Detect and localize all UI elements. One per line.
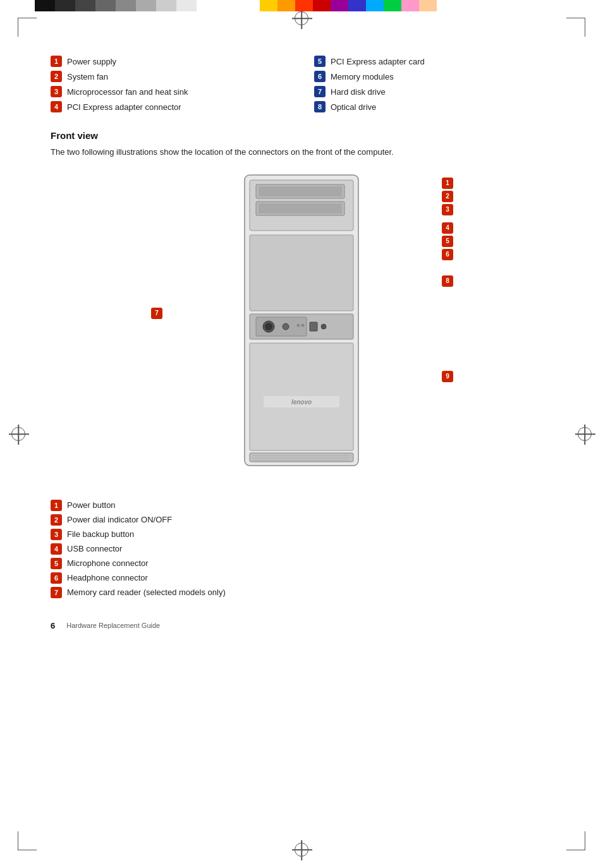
corner-mark-bl bbox=[18, 831, 37, 850]
badge-1: 1 bbox=[51, 56, 62, 67]
bottom-badge-7: 7 bbox=[51, 587, 62, 598]
crosshair-bottom bbox=[295, 843, 308, 857]
bottom-badge-5: 5 bbox=[51, 558, 62, 569]
crosshair-top bbox=[295, 11, 308, 25]
legend-item-5: 5 PCI Express adapter card bbox=[314, 56, 552, 67]
bottom-label-7: Memory card reader (selected models only… bbox=[67, 588, 226, 597]
badge-5: 5 bbox=[314, 56, 326, 67]
bottom-legend-item-7: 7 Memory card reader (selected models on… bbox=[51, 587, 552, 598]
bottom-legend: 1 Power button 2 Power dial indicator ON… bbox=[51, 500, 552, 598]
legend-label-5: PCI Express adapter card bbox=[331, 57, 425, 66]
footer: 6 Hardware Replacement Guide bbox=[51, 621, 552, 630]
front-view-desc: The two following illustrations show the… bbox=[51, 146, 552, 159]
callout-9: 9 bbox=[442, 371, 453, 382]
callout-2: 2 bbox=[442, 191, 453, 202]
callout-9-wrapper: 9 bbox=[442, 371, 453, 382]
bottom-legend-item-1: 1 Power button bbox=[51, 500, 552, 511]
badge-6: 6 bbox=[314, 71, 326, 82]
svg-point-13 bbox=[283, 323, 289, 330]
bottom-label-4: USB connector bbox=[67, 544, 122, 553]
legend-item-6: 6 Memory modules bbox=[314, 71, 552, 82]
main-content: 1 Power supply 5 PCI Express adapter car… bbox=[0, 18, 603, 668]
front-view-section: Front view The two following illustratio… bbox=[51, 130, 552, 159]
svg-point-15 bbox=[302, 323, 305, 327]
bottom-label-5: Microphone connector bbox=[67, 558, 149, 568]
diagram-callouts: 1 2 3 4 5 6 8 bbox=[442, 178, 453, 287]
legend-label-8: Optical drive bbox=[331, 102, 376, 112]
legend-label-6: Memory modules bbox=[331, 72, 394, 81]
legend-label-4: PCI Express adapter connector bbox=[67, 102, 181, 112]
front-view-heading: Front view bbox=[51, 130, 552, 141]
top-color-bar bbox=[0, 0, 603, 11]
callout-4: 4 bbox=[442, 222, 453, 234]
svg-rect-2 bbox=[250, 235, 353, 311]
legend-item-2: 2 System fan bbox=[51, 71, 289, 82]
corner-mark-tl bbox=[18, 18, 37, 37]
bottom-legend-item-6: 6 Headphone connector bbox=[51, 572, 552, 584]
bottom-badge-2: 2 bbox=[51, 514, 62, 526]
svg-point-14 bbox=[297, 323, 300, 327]
svg-rect-16 bbox=[310, 322, 317, 331]
top-legend: 1 Power supply 5 PCI Express adapter car… bbox=[51, 56, 552, 112]
bottom-badge-3: 3 bbox=[51, 529, 62, 540]
diagram-wrapper: lenovo 1 2 3 4 5 6 8 7 9 bbox=[169, 169, 434, 485]
legend-label-7: Hard disk drive bbox=[331, 87, 386, 97]
legend-item-8: 8 Optical drive bbox=[314, 101, 552, 112]
bottom-label-3: File backup button bbox=[67, 529, 134, 539]
bottom-label-6: Headphone connector bbox=[67, 573, 148, 582]
legend-label-3: Microprocessor fan and heat sink bbox=[67, 87, 188, 97]
svg-point-12 bbox=[265, 323, 272, 330]
badge-3: 3 bbox=[51, 86, 62, 97]
bottom-badge-4: 4 bbox=[51, 543, 62, 555]
computer-diagram: lenovo bbox=[207, 169, 396, 485]
badge-4: 4 bbox=[51, 101, 62, 112]
bottom-legend-item-3: 3 File backup button bbox=[51, 529, 552, 540]
bottom-badge-1: 1 bbox=[51, 500, 62, 511]
svg-rect-9 bbox=[259, 203, 342, 214]
bottom-legend-item-2: 2 Power dial indicator ON/OFF bbox=[51, 514, 552, 526]
corner-mark-br bbox=[566, 831, 585, 850]
svg-text:lenovo: lenovo bbox=[291, 399, 312, 406]
bottom-label-2: Power dial indicator ON/OFF bbox=[67, 515, 172, 524]
callout-8: 8 bbox=[442, 275, 453, 287]
legend-item-4: 4 PCI Express adapter connector bbox=[51, 101, 289, 112]
page-number: 6 bbox=[51, 621, 55, 630]
footer-label: Hardware Replacement Guide bbox=[66, 622, 160, 629]
callout-6: 6 bbox=[442, 249, 453, 260]
callout-7-wrapper: 7 bbox=[151, 308, 162, 319]
crosshair-right bbox=[578, 427, 592, 441]
callout-3: 3 bbox=[442, 204, 453, 215]
bottom-legend-item-4: 4 USB connector bbox=[51, 543, 552, 555]
crosshair-left bbox=[11, 427, 25, 441]
badge-2: 2 bbox=[51, 71, 62, 82]
callout-5: 5 bbox=[442, 236, 453, 247]
callout-1: 1 bbox=[442, 178, 453, 189]
callout-7: 7 bbox=[151, 308, 162, 319]
badge-7: 7 bbox=[314, 86, 326, 97]
corner-mark-tr bbox=[566, 18, 585, 37]
legend-label-1: Power supply bbox=[67, 57, 116, 66]
legend-item-7: 7 Hard disk drive bbox=[314, 86, 552, 97]
bottom-label-1: Power button bbox=[67, 500, 116, 510]
legend-item-3: 3 Microprocessor fan and heat sink bbox=[51, 86, 289, 97]
bottom-badge-6: 6 bbox=[51, 572, 62, 584]
svg-point-17 bbox=[321, 324, 326, 329]
legend-item-1: 1 Power supply bbox=[51, 56, 289, 67]
legend-label-2: System fan bbox=[67, 72, 108, 81]
badge-8: 8 bbox=[314, 101, 326, 112]
svg-rect-7 bbox=[259, 186, 342, 196]
bottom-legend-item-5: 5 Microphone connector bbox=[51, 558, 552, 569]
